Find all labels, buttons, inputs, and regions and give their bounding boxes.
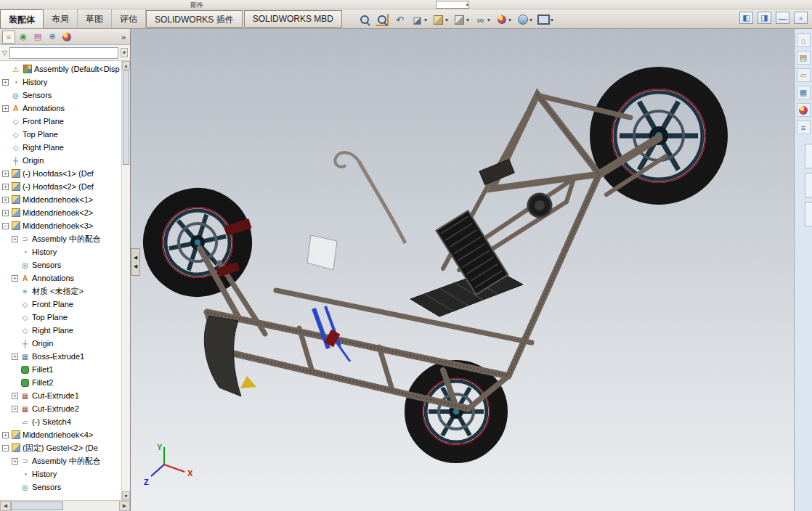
tree-vertical-scrollbar[interactable]: ▲ ▼ [121, 61, 130, 500]
tree-item[interactable]: ◇Front Plane [0, 115, 121, 128]
ribbon-tab-4[interactable]: SOLIDWORKS 插件 [146, 10, 243, 28]
chevron-down-icon[interactable]: ▾ [466, 17, 469, 23]
filter-dropdown-button[interactable]: ▾ [121, 48, 128, 57]
tree-item[interactable]: +(-) Hoofdas<1> (Def [0, 167, 121, 180]
tree-item[interactable]: +▦Cut-Extrude1 [0, 389, 121, 402]
scroll-left-icon[interactable]: ◀ [0, 501, 11, 511]
hide-show-items-button[interactable]: ∞▾ [473, 13, 492, 27]
tree-item[interactable]: ◇Top Plane [0, 128, 121, 141]
task-pane-tab-custom-properties[interactable]: ≡ [797, 120, 811, 134]
chevron-down-icon[interactable]: ▾ [424, 17, 427, 23]
tree-expand-toggle[interactable]: + [12, 406, 18, 412]
task-pane-tab-solidworks-resources[interactable]: ⌂ [797, 33, 811, 47]
zoom-fit-button[interactable] [357, 13, 373, 27]
chevron-down-icon[interactable]: ▾ [508, 17, 511, 23]
ribbon-tab-3[interactable]: 评估 [112, 9, 146, 28]
display-style-button[interactable]: ▾ [452, 13, 471, 27]
panel-tab-dimxpertmanager[interactable]: ⊕ [46, 30, 59, 44]
tree-item[interactable]: −(固定) Gestel<2> (De [0, 441, 121, 454]
tree-item[interactable]: +Middendriehoek<1> [0, 193, 121, 206]
tree-item[interactable]: Fillet1 [0, 363, 121, 376]
chevron-down-icon[interactable]: ▾ [551, 17, 553, 23]
tree-expand-toggle[interactable]: + [12, 393, 18, 399]
tree-item[interactable]: +▦Cut-Extrude2 [0, 402, 121, 415]
quick-combo[interactable]: ▾ [436, 1, 469, 9]
task-pane-tab-appearances-scenes[interactable] [797, 103, 811, 117]
tree-item[interactable]: ┼Origin [0, 337, 121, 350]
collapse-pane-button[interactable]: ◧ [739, 12, 753, 24]
tree-item[interactable]: +◔History [0, 75, 121, 89]
tree-item[interactable]: ▱(-) Sketch4 [0, 415, 121, 428]
view-orientation-button[interactable]: ▾ [431, 13, 450, 27]
tree-expand-toggle[interactable]: + [2, 197, 9, 203]
minimize-button[interactable]: — [776, 12, 789, 24]
tree-item[interactable]: ◇Right Plane [0, 141, 121, 154]
task-pane-tab-view-palette[interactable]: ▦ [797, 86, 811, 99]
vertical-scrollbar-thumb[interactable] [123, 70, 129, 165]
chevron-down-icon[interactable]: ▾ [529, 17, 532, 23]
tree-expand-toggle[interactable]: + [2, 171, 9, 177]
tree-expand-toggle[interactable]: + [2, 210, 9, 216]
panel-tab-featuremanager-tree[interactable]: ≡ [2, 30, 15, 44]
filter-input[interactable] [9, 47, 118, 59]
tree-expand-toggle[interactable]: + [2, 105, 9, 112]
tree-item[interactable]: +⊃Assembly 中的配合 [0, 232, 121, 245]
tree-item[interactable]: ◎Sensors [0, 89, 121, 102]
tree-item[interactable]: ┼Origin [0, 154, 121, 167]
restore-button[interactable]: ▫ [794, 12, 808, 24]
edit-appearance-button[interactable]: ▾ [494, 13, 513, 27]
task-pane-stub[interactable] [805, 202, 812, 226]
panel-tab-displaymanager[interactable] [60, 30, 73, 44]
panel-tab-configurationmanager[interactable]: ▤ [31, 30, 44, 44]
tree-item[interactable]: +⊃Assembly 中的配合 [0, 454, 121, 467]
tree-item[interactable]: Fillet2 [0, 376, 121, 389]
tree-item[interactable]: +AAnnotations [0, 271, 121, 285]
apply-scene-button[interactable]: ▾ [515, 13, 534, 27]
tree-expand-toggle[interactable]: − [2, 445, 9, 451]
tree-expand-toggle[interactable]: + [2, 184, 9, 190]
ribbon-tab-2[interactable]: 草图 [78, 9, 112, 28]
panel-tab-propertymanager[interactable]: ◉ [17, 30, 30, 44]
zoom-area-button[interactable] [375, 13, 390, 27]
tree-item[interactable]: ◔History [0, 245, 121, 258]
tree-item[interactable]: ◔History [0, 467, 121, 481]
view-settings-button[interactable]: ▾ [536, 13, 555, 27]
tree-item[interactable]: ◇Right Plane [0, 324, 121, 337]
tree-item[interactable]: +Middendriehoek<4> [0, 428, 121, 441]
scroll-up-icon[interactable]: ▲ [122, 61, 130, 70]
ribbon-tab-0[interactable]: 装配体 [0, 9, 44, 28]
tree-item[interactable]: +(-) Hoofdas<2> (Def [0, 180, 121, 193]
section-view-button[interactable]: ◪▾ [410, 13, 429, 27]
chevron-down-icon[interactable]: ▾ [445, 17, 448, 23]
horizontal-scroll-track[interactable] [11, 501, 119, 511]
task-pane-tab-design-library[interactable]: ▤ [797, 51, 811, 65]
chevron-down-icon[interactable]: ▾ [487, 17, 490, 23]
tree-item[interactable]: ◇Top Plane [0, 311, 121, 324]
tree-item[interactable]: +Middendriehoek<2> [0, 206, 121, 219]
graphics-viewport[interactable]: ◀ ◀ Y X Z [131, 29, 794, 511]
panel-collapse-button[interactable]: ◀ ◀ [131, 248, 140, 276]
tree-expand-toggle[interactable]: + [12, 275, 18, 282]
tree-expand-toggle[interactable]: − [2, 223, 9, 229]
scroll-down-icon[interactable]: ▼ [122, 491, 130, 500]
tree-expand-toggle[interactable]: + [12, 458, 18, 465]
expand-pane-button[interactable]: ◨ [758, 12, 771, 24]
tree-item[interactable]: +▦Boss-Extrude1 [0, 350, 121, 363]
tree-expand-toggle[interactable]: + [12, 353, 18, 360]
ribbon-tab-1[interactable]: 布局 [44, 9, 78, 28]
tree-item[interactable]: ◇Front Plane [0, 298, 121, 311]
tree-expand-toggle[interactable]: + [2, 79, 9, 86]
previous-view-button[interactable]: ↶ [392, 13, 407, 27]
task-pane-stub[interactable] [805, 144, 812, 168]
tree-item[interactable]: ≡材质 <未指定> [0, 285, 121, 298]
tree-expand-toggle[interactable]: + [12, 236, 18, 242]
tree-expand-toggle[interactable]: + [2, 432, 9, 438]
toolbar-overflow-button[interactable]: » [119, 33, 128, 41]
task-pane-stub[interactable] [805, 173, 812, 197]
task-pane-tab-file-explorer[interactable]: ▱ [797, 68, 811, 82]
tree-item[interactable]: +AAnnotations [0, 102, 121, 115]
tree-horizontal-scrollbar[interactable]: ◀ ▶ [0, 500, 130, 511]
horizontal-scrollbar-thumb[interactable] [11, 502, 63, 510]
tree-item[interactable]: −Middendriehoek<3> [0, 219, 121, 232]
tree-item[interactable]: ◎Sensors [0, 481, 121, 494]
